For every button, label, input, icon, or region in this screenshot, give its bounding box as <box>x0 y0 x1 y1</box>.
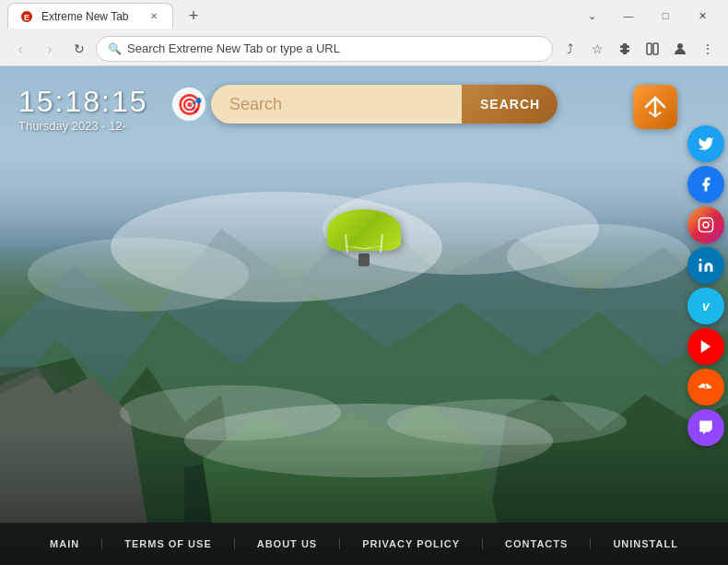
share-icon[interactable]: ⤴ <box>557 36 582 62</box>
clock-date: Thursday 2023 - 12- <box>18 119 148 133</box>
vimeo-button[interactable]: v <box>687 288 724 324</box>
bookmark-icon[interactable]: ☆ <box>584 36 610 62</box>
footer-link-main[interactable]: MAIN <box>28 538 102 549</box>
url-bar[interactable]: 🔍 Search Extreme New Tab or type a URL <box>96 36 553 62</box>
svg-rect-26 <box>699 218 713 232</box>
close-button[interactable]: ✕ <box>684 0 721 31</box>
maximize-button[interactable]: □ <box>647 0 684 31</box>
svg-line-25 <box>364 246 382 249</box>
toolbar-icons: ⤴ ☆ ⋮ <box>557 36 721 62</box>
tab-close-button[interactable]: ✕ <box>147 9 161 24</box>
svg-point-29 <box>699 259 702 262</box>
browser-content: 15:18:15 Thursday 2023 - 12- 🎯 SEARCH <box>0 66 728 565</box>
instagram-button[interactable] <box>687 206 724 243</box>
svg-point-18 <box>28 238 249 312</box>
svg-rect-2 <box>647 43 652 54</box>
search-logo: 🎯 <box>170 86 207 123</box>
footer-link-terms[interactable]: TERMS OF USE <box>102 538 235 549</box>
facebook-button[interactable] <box>687 166 724 203</box>
active-tab[interactable]: E Extreme New Tab ✕ <box>7 3 173 29</box>
soundcloud-button[interactable] <box>687 369 724 406</box>
paraglider <box>327 209 401 266</box>
clock-widget: 15:18:15 Thursday 2023 - 12- <box>18 85 148 133</box>
linkedin-button[interactable] <box>687 247 724 284</box>
social-sidebar: v <box>684 122 728 450</box>
menu-icon[interactable]: ⋮ <box>695 36 721 62</box>
svg-point-27 <box>703 222 709 228</box>
new-tab-button[interactable]: + <box>181 3 206 29</box>
search-button[interactable]: SEARCH <box>462 85 558 124</box>
split-view-icon[interactable] <box>640 36 665 62</box>
window-controls: ⌄ — □ ✕ <box>573 0 721 31</box>
tab-label: Extreme New Tab <box>41 10 128 23</box>
paraglider-chute <box>327 209 401 251</box>
svg-rect-3 <box>653 43 658 54</box>
footer-link-uninstall[interactable]: UNINSTALL <box>591 538 700 549</box>
reload-button[interactable]: ↻ <box>66 36 92 62</box>
svg-text:🎯: 🎯 <box>177 92 203 117</box>
footer-link-about[interactable]: ABOUT US <box>235 538 340 549</box>
footer-nav: MAIN TERMS OF USE ABOUT US PRIVACY POLIC… <box>0 523 728 565</box>
back-button[interactable]: ‹ <box>7 36 33 62</box>
search-widget: 🎯 SEARCH <box>170 85 558 124</box>
svg-text:E: E <box>24 13 29 22</box>
footer-link-privacy[interactable]: PRIVACY POLICY <box>340 538 483 549</box>
youtube-button[interactable] <box>687 328 724 365</box>
extensions-icon[interactable] <box>612 36 638 62</box>
search-input[interactable] <box>211 85 462 124</box>
clock-time: 15:18:15 <box>18 85 148 119</box>
top-right-widget <box>633 85 677 129</box>
svg-marker-30 <box>701 340 711 353</box>
search-icon: 🔍 <box>108 42 122 55</box>
paraglider-pilot <box>358 253 370 266</box>
footer-link-contacts[interactable]: CONTACTS <box>483 538 591 549</box>
svg-point-4 <box>677 43 683 49</box>
address-bar: ‹ › ↻ 🔍 Search Extreme New Tab or type a… <box>0 31 728 66</box>
browser-chrome: E Extreme New Tab ✕ + ⌄ — □ ✕ ‹ › ↻ 🔍 Se… <box>0 0 728 66</box>
twitch-button[interactable] <box>687 409 724 446</box>
twitter-button[interactable] <box>687 125 724 162</box>
tab-list-button[interactable]: ⌄ <box>573 0 610 31</box>
vimeo-icon: v <box>702 299 710 313</box>
tab-favicon: E <box>19 9 34 24</box>
profile-icon[interactable] <box>667 36 693 62</box>
forward-button[interactable]: › <box>37 36 63 62</box>
minimize-button[interactable]: — <box>610 0 647 31</box>
svg-point-19 <box>507 224 691 288</box>
url-text: Search Extreme New Tab or type a URL <box>127 41 541 55</box>
search-bar-container: SEARCH <box>211 85 558 124</box>
widget-icon[interactable] <box>633 85 677 129</box>
title-bar: E Extreme New Tab ✕ + ⌄ — □ ✕ <box>0 0 728 31</box>
svg-point-28 <box>709 220 710 222</box>
